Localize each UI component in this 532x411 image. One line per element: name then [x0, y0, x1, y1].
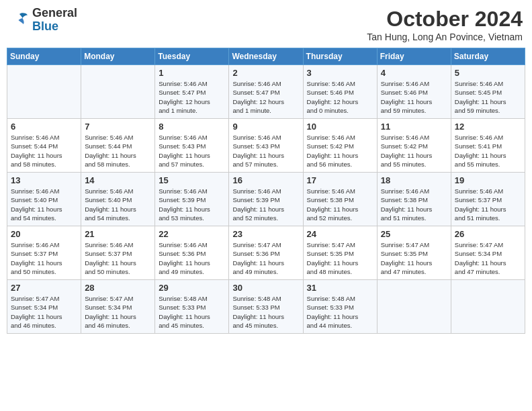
day-number: 19 — [455, 175, 521, 185]
day-info: Sunrise: 5:46 AM Sunset: 5:40 PM Dayligh… — [11, 187, 77, 222]
logo: General Blue — [9, 7, 77, 34]
table-row: 26Sunrise: 5:47 AM Sunset: 5:34 PM Dayli… — [451, 226, 525, 280]
day-info: Sunrise: 5:47 AM Sunset: 5:35 PM Dayligh… — [307, 240, 373, 276]
day-number: 10 — [307, 122, 373, 132]
logo-blue: Blue — [32, 20, 77, 34]
calendar-header-row: Sunday Monday Tuesday Wednesday Thursday… — [7, 48, 525, 65]
logo-icon — [9, 10, 30, 30]
table-row: 8Sunrise: 5:46 AM Sunset: 5:43 PM Daylig… — [155, 119, 229, 173]
day-info: Sunrise: 5:47 AM Sunset: 5:34 PM Dayligh… — [11, 294, 77, 330]
day-info: Sunrise: 5:46 AM Sunset: 5:47 PM Dayligh… — [159, 79, 225, 115]
day-number: 6 — [11, 122, 77, 132]
table-row: 20Sunrise: 5:46 AM Sunset: 5:37 PM Dayli… — [7, 226, 81, 280]
day-info: Sunrise: 5:46 AM Sunset: 5:38 PM Dayligh… — [307, 187, 373, 222]
day-number: 27 — [11, 283, 77, 293]
table-row: 24Sunrise: 5:47 AM Sunset: 5:35 PM Dayli… — [303, 226, 377, 280]
col-monday: Monday — [81, 48, 155, 65]
day-info: Sunrise: 5:46 AM Sunset: 5:41 PM Dayligh… — [455, 133, 521, 169]
col-tuesday: Tuesday — [155, 48, 229, 65]
table-row: 30Sunrise: 5:48 AM Sunset: 5:33 PM Dayli… — [229, 280, 303, 334]
table-row: 17Sunrise: 5:46 AM Sunset: 5:38 PM Dayli… — [303, 173, 377, 226]
table-row: 11Sunrise: 5:46 AM Sunset: 5:42 PM Dayli… — [377, 119, 451, 173]
day-number: 26 — [455, 229, 521, 239]
day-number: 5 — [455, 68, 521, 78]
day-info: Sunrise: 5:46 AM Sunset: 5:37 PM Dayligh… — [11, 240, 77, 276]
table-row: 3Sunrise: 5:46 AM Sunset: 5:46 PM Daylig… — [303, 65, 377, 119]
calendar-week-3: 20Sunrise: 5:46 AM Sunset: 5:37 PM Dayli… — [7, 226, 525, 280]
col-wednesday: Wednesday — [229, 48, 303, 65]
table-row: 19Sunrise: 5:46 AM Sunset: 5:37 PM Dayli… — [451, 173, 525, 226]
location: Tan Hung, Long An Povince, Vietnam — [367, 32, 523, 42]
col-friday: Friday — [377, 48, 451, 65]
day-info: Sunrise: 5:46 AM Sunset: 5:43 PM Dayligh… — [159, 133, 225, 169]
day-info: Sunrise: 5:46 AM Sunset: 5:44 PM Dayligh… — [85, 133, 151, 169]
day-number: 24 — [307, 229, 373, 239]
table-row: 29Sunrise: 5:48 AM Sunset: 5:33 PM Dayli… — [155, 280, 229, 334]
title-block: October 2024 Tan Hung, Long An Povince, … — [367, 7, 523, 42]
table-row: 5Sunrise: 5:46 AM Sunset: 5:45 PM Daylig… — [451, 65, 525, 119]
day-number: 15 — [159, 175, 225, 185]
day-info: Sunrise: 5:48 AM Sunset: 5:33 PM Dayligh… — [159, 294, 225, 330]
day-info: Sunrise: 5:46 AM Sunset: 5:36 PM Dayligh… — [159, 240, 225, 276]
day-number: 22 — [159, 229, 225, 239]
page-header: General Blue October 2024 Tan Hung, Long… — [7, 7, 525, 42]
day-info: Sunrise: 5:46 AM Sunset: 5:37 PM Dayligh… — [455, 187, 521, 222]
day-info: Sunrise: 5:46 AM Sunset: 5:40 PM Dayligh… — [85, 187, 151, 222]
day-number: 14 — [85, 175, 151, 185]
table-row: 21Sunrise: 5:46 AM Sunset: 5:37 PM Dayli… — [81, 226, 155, 280]
day-info: Sunrise: 5:46 AM Sunset: 5:42 PM Dayligh… — [307, 133, 373, 169]
day-number: 7 — [85, 122, 151, 132]
table-row — [7, 65, 81, 119]
day-number: 20 — [11, 229, 77, 239]
table-row: 9Sunrise: 5:46 AM Sunset: 5:43 PM Daylig… — [229, 119, 303, 173]
day-number: 3 — [307, 68, 373, 78]
day-number: 8 — [159, 122, 225, 132]
day-info: Sunrise: 5:46 AM Sunset: 5:47 PM Dayligh… — [232, 79, 299, 115]
table-row: 25Sunrise: 5:47 AM Sunset: 5:35 PM Dayli… — [377, 226, 451, 280]
calendar-week-1: 6Sunrise: 5:46 AM Sunset: 5:44 PM Daylig… — [7, 119, 525, 173]
day-info: Sunrise: 5:46 AM Sunset: 5:39 PM Dayligh… — [232, 187, 299, 222]
day-info: Sunrise: 5:48 AM Sunset: 5:33 PM Dayligh… — [307, 294, 373, 330]
table-row: 15Sunrise: 5:46 AM Sunset: 5:39 PM Dayli… — [155, 173, 229, 226]
day-number: 28 — [85, 283, 151, 293]
table-row: 2Sunrise: 5:46 AM Sunset: 5:47 PM Daylig… — [229, 65, 303, 119]
day-number: 18 — [381, 175, 447, 185]
day-number: 31 — [307, 283, 373, 293]
day-number: 17 — [307, 175, 373, 185]
day-info: Sunrise: 5:47 AM Sunset: 5:34 PM Dayligh… — [455, 240, 521, 276]
calendar-week-4: 27Sunrise: 5:47 AM Sunset: 5:34 PM Dayli… — [7, 280, 525, 334]
day-info: Sunrise: 5:47 AM Sunset: 5:35 PM Dayligh… — [381, 240, 447, 276]
day-number: 12 — [455, 122, 521, 132]
table-row: 31Sunrise: 5:48 AM Sunset: 5:33 PM Dayli… — [303, 280, 377, 334]
day-info: Sunrise: 5:47 AM Sunset: 5:34 PM Dayligh… — [85, 294, 151, 330]
col-saturday: Saturday — [451, 48, 525, 65]
day-number: 25 — [381, 229, 447, 239]
day-number: 1 — [159, 68, 225, 78]
day-info: Sunrise: 5:46 AM Sunset: 5:42 PM Dayligh… — [381, 133, 447, 169]
day-number: 21 — [85, 229, 151, 239]
table-row: 23Sunrise: 5:47 AM Sunset: 5:36 PM Dayli… — [229, 226, 303, 280]
table-row: 1Sunrise: 5:46 AM Sunset: 5:47 PM Daylig… — [155, 65, 229, 119]
table-row: 18Sunrise: 5:46 AM Sunset: 5:38 PM Dayli… — [377, 173, 451, 226]
calendar-week-2: 13Sunrise: 5:46 AM Sunset: 5:40 PM Dayli… — [7, 173, 525, 226]
day-info: Sunrise: 5:46 AM Sunset: 5:45 PM Dayligh… — [455, 79, 521, 115]
day-info: Sunrise: 5:47 AM Sunset: 5:36 PM Dayligh… — [232, 240, 299, 276]
table-row: 4Sunrise: 5:46 AM Sunset: 5:46 PM Daylig… — [377, 65, 451, 119]
day-info: Sunrise: 5:46 AM Sunset: 5:43 PM Dayligh… — [232, 133, 299, 169]
table-row: 27Sunrise: 5:47 AM Sunset: 5:34 PM Dayli… — [7, 280, 81, 334]
table-row: 6Sunrise: 5:46 AM Sunset: 5:44 PM Daylig… — [7, 119, 81, 173]
table-row: 22Sunrise: 5:46 AM Sunset: 5:36 PM Dayli… — [155, 226, 229, 280]
day-number: 4 — [381, 68, 447, 78]
calendar-week-0: 1Sunrise: 5:46 AM Sunset: 5:47 PM Daylig… — [7, 65, 525, 119]
day-number: 30 — [232, 283, 299, 293]
col-sunday: Sunday — [7, 48, 81, 65]
day-info: Sunrise: 5:46 AM Sunset: 5:37 PM Dayligh… — [85, 240, 151, 276]
day-info: Sunrise: 5:46 AM Sunset: 5:44 PM Dayligh… — [11, 133, 77, 169]
day-info: Sunrise: 5:46 AM Sunset: 5:46 PM Dayligh… — [381, 79, 447, 115]
table-row: 13Sunrise: 5:46 AM Sunset: 5:40 PM Dayli… — [7, 173, 81, 226]
table-row: 14Sunrise: 5:46 AM Sunset: 5:40 PM Dayli… — [81, 173, 155, 226]
day-number: 23 — [232, 229, 299, 239]
table-row: 10Sunrise: 5:46 AM Sunset: 5:42 PM Dayli… — [303, 119, 377, 173]
table-row: 16Sunrise: 5:46 AM Sunset: 5:39 PM Dayli… — [229, 173, 303, 226]
day-number: 16 — [232, 175, 299, 185]
